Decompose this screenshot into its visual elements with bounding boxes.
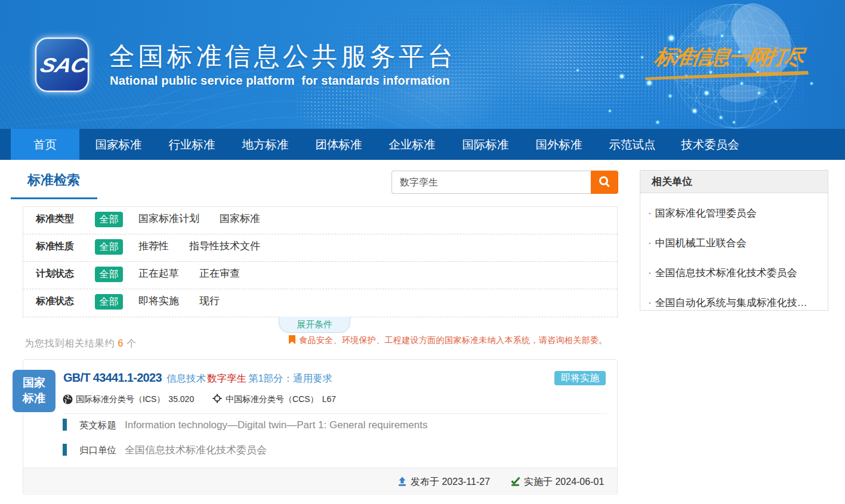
svg-text:SAC: SAC (38, 54, 90, 76)
